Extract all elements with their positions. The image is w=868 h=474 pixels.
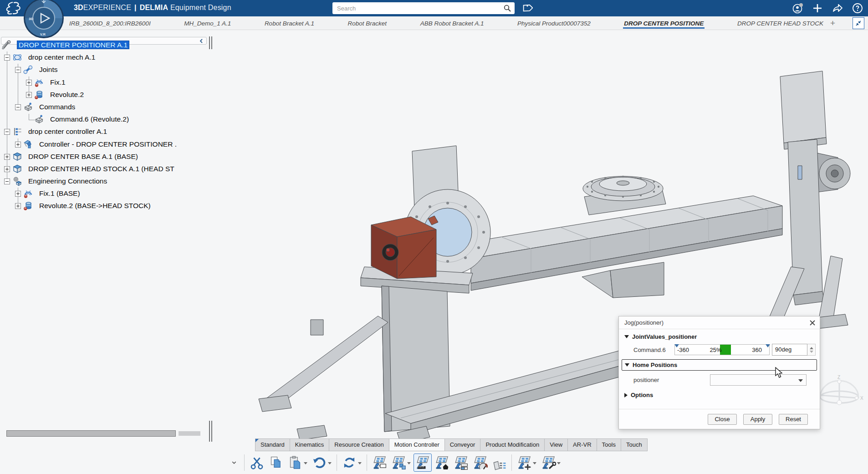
expand-icon[interactable]: [4, 154, 10, 160]
tree-item-label[interactable]: Fix.1 (BASE): [39, 189, 80, 197]
tree-item-label[interactable]: DROP CENTER BASE A.1 (BASE): [28, 153, 138, 160]
tag-icon[interactable]: [520, 2, 533, 15]
document-tab[interactable]: ABB Robot Bracket A.1: [419, 18, 485, 29]
upper-limit-marker-icon: [766, 344, 770, 347]
workbench-tab[interactable]: Standard: [255, 438, 290, 451]
dropdown-arrow-icon[interactable]: [557, 462, 561, 464]
joint-value-spinner: 90deg: [772, 344, 816, 356]
dropdown-arrow-icon[interactable]: [304, 462, 307, 464]
workbench-tab[interactable]: Product Modification: [480, 438, 544, 451]
home-positions-section-header[interactable]: Home Positions: [622, 360, 817, 370]
expand-icon[interactable]: [4, 166, 10, 172]
3dexperience-compass[interactable]: 3D V.R: [23, 0, 65, 39]
collapse-icon[interactable]: [15, 67, 21, 73]
search-box[interactable]: [332, 2, 515, 14]
device-setup-button[interactable]: [539, 454, 562, 472]
brand-3d: 3D: [74, 4, 83, 11]
expand-icon[interactable]: [26, 92, 32, 98]
collapse-icon[interactable]: [4, 55, 10, 61]
apply-button[interactable]: Apply: [743, 414, 772, 425]
dropdown-arrow-icon[interactable]: [328, 462, 332, 464]
tree-horizontal-scrollbar[interactable]: [6, 430, 176, 437]
tree-item-label[interactable]: DROP CENTER HEAD STOCK A.1 (HEAD ST: [28, 165, 174, 173]
workbench-tab[interactable]: Conveyor: [444, 438, 480, 451]
spin-up-icon[interactable]: [810, 347, 813, 349]
document-tab[interactable]: IRB_2600ID_8_200:IRB2600I: [68, 18, 152, 29]
speed-limits-button[interactable]: [471, 454, 489, 472]
document-tab[interactable]: Physical Product00007352: [516, 18, 592, 29]
user-account-icon[interactable]: [791, 2, 803, 14]
tree-item-label[interactable]: Controller - DROP CENTER POSITIONER .: [39, 140, 177, 148]
workbench-tab[interactable]: Touch: [621, 438, 648, 451]
reach-button[interactable]: [515, 454, 538, 472]
tree-item-label[interactable]: Revolute.2 (BASE->HEAD STOCK): [39, 202, 151, 209]
spinner-arrows[interactable]: [807, 344, 816, 356]
home-positions-button[interactable]: [433, 454, 451, 472]
close-icon[interactable]: [809, 319, 816, 326]
workbench-tab-bar: StandardKinematicsResource CreationMotio…: [255, 438, 648, 451]
document-tab[interactable]: Robot Bracket: [347, 18, 388, 29]
add-icon[interactable]: [812, 2, 823, 14]
tree-item-label[interactable]: Engineering Connections: [28, 177, 107, 185]
dropdown-arrow-icon[interactable]: [407, 462, 411, 464]
tree-item-label[interactable]: drop center controller A.1: [28, 127, 107, 135]
help-icon[interactable]: [852, 2, 863, 14]
collapse-icon[interactable]: [4, 178, 10, 184]
cut-button[interactable]: [248, 454, 266, 472]
workbench-tab[interactable]: Tools: [597, 438, 621, 451]
revolute-icon: [34, 90, 44, 100]
travel-limits-button[interactable]: [452, 454, 470, 472]
close-button[interactable]: Close: [708, 414, 737, 425]
options-section-header[interactable]: Options: [619, 387, 820, 400]
expand-icon[interactable]: [15, 203, 21, 209]
copy-button[interactable]: [267, 454, 285, 472]
document-tab[interactable]: DROP CENTER POSITIONE: [623, 18, 705, 29]
workbench-tab[interactable]: Resource Creation: [329, 438, 388, 451]
tree-item-label[interactable]: Revolute.2: [50, 91, 84, 98]
mech-icon: [12, 52, 22, 62]
document-tab[interactable]: Robot Bracket A.1: [264, 18, 315, 29]
collapse-icon[interactable]: [4, 129, 10, 135]
workbench-tab[interactable]: Kinematics: [290, 438, 329, 451]
tree-horizontal-scrollbar-thumb[interactable]: [179, 431, 200, 436]
panel-splitter-bottom[interactable]: [209, 421, 213, 442]
expand-icon[interactable]: [15, 142, 21, 148]
reset-button[interactable]: Reset: [779, 414, 808, 425]
tree-item-label[interactable]: drop center mech A.1: [28, 53, 95, 61]
workbench-tab[interactable]: View: [544, 438, 567, 451]
document-tab[interactable]: DROP CENTER HEAD STOCK: [736, 18, 824, 29]
collapse-window-button[interactable]: [853, 17, 864, 29]
undo-button[interactable]: [310, 454, 333, 472]
document-tab[interactable]: MH_Demo_1 A.1: [183, 18, 232, 29]
joint-values-section-header[interactable]: JointValues_positioner: [619, 329, 820, 342]
axis-mapping-button[interactable]: [490, 454, 508, 472]
tree-item-label[interactable]: Command.6 (Revolute.2): [50, 115, 129, 123]
spin-down-icon[interactable]: [810, 351, 813, 353]
jog-mechanism-button[interactable]: [414, 454, 432, 472]
joint-value-field[interactable]: 90deg: [772, 344, 807, 356]
search-input[interactable]: [332, 5, 504, 12]
collapse-icon[interactable]: [15, 104, 21, 110]
search-icon[interactable]: [504, 5, 511, 12]
dropdown-arrow-icon[interactable]: [533, 462, 536, 464]
jog-dialog: Jog(positioner) JointValues_positioner C…: [618, 316, 820, 429]
tree-item-label[interactable]: Commands: [39, 103, 75, 111]
share-icon[interactable]: [832, 2, 843, 14]
3d-viewport[interactable]: Z X Y DROP CENTER POSITIONER A.1drop cen…: [0, 30, 868, 474]
toolbar-expand-button[interactable]: [227, 454, 241, 471]
teach-button[interactable]: [370, 454, 388, 472]
dropdown-arrow-icon[interactable]: [358, 462, 362, 464]
tree-item-label[interactable]: Fix.1: [50, 78, 66, 86]
tree-item-label[interactable]: DROP CENTER POSITIONER A.1: [17, 41, 129, 49]
update-button[interactable]: [340, 454, 363, 472]
joint-slider[interactable]: -360 25% 360: [674, 344, 770, 355]
expand-icon[interactable]: [15, 191, 21, 197]
new-tab-button[interactable]: +: [830, 18, 835, 28]
workbench-tab[interactable]: AR-VR: [567, 438, 596, 451]
tree-item-label[interactable]: Joints: [39, 66, 58, 73]
expand-icon[interactable]: [26, 80, 32, 86]
home-position-dropdown[interactable]: [710, 374, 807, 386]
workbench-tab[interactable]: Motion Controller: [389, 438, 444, 451]
paste-button[interactable]: [286, 454, 309, 472]
inverse-kinematics-button[interactable]: [389, 454, 413, 472]
